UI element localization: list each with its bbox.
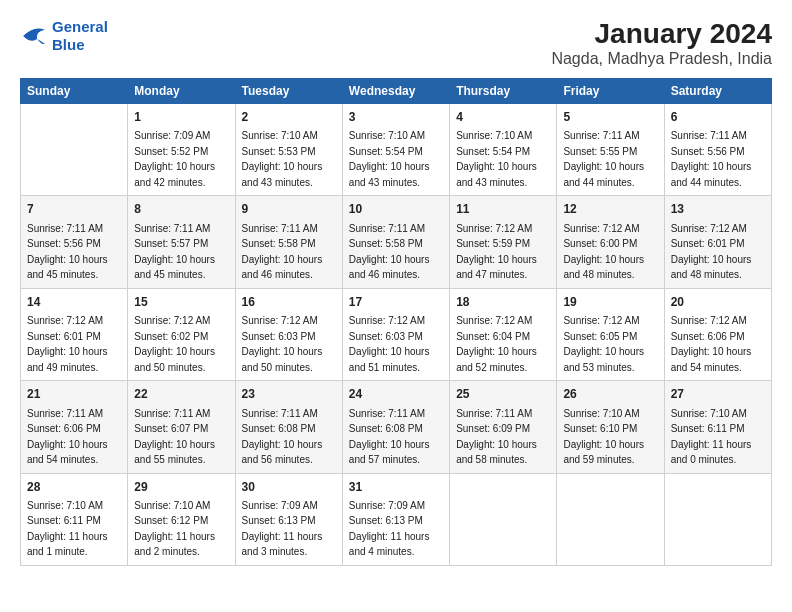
week-row-5: 28Sunrise: 7:10 AM Sunset: 6:11 PM Dayli…	[21, 473, 772, 565]
day-number: 27	[671, 386, 765, 403]
day-info: Sunrise: 7:11 AM Sunset: 5:56 PM Dayligh…	[671, 130, 752, 188]
day-info: Sunrise: 7:10 AM Sunset: 5:53 PM Dayligh…	[242, 130, 323, 188]
day-info: Sunrise: 7:12 AM Sunset: 6:06 PM Dayligh…	[671, 315, 752, 373]
calendar-cell: 19Sunrise: 7:12 AM Sunset: 6:05 PM Dayli…	[557, 288, 664, 380]
logo-line1: General	[52, 18, 108, 35]
calendar-cell: 13Sunrise: 7:12 AM Sunset: 6:01 PM Dayli…	[664, 196, 771, 288]
day-info: Sunrise: 7:09 AM Sunset: 5:52 PM Dayligh…	[134, 130, 215, 188]
column-header-thursday: Thursday	[450, 79, 557, 104]
calendar-cell: 26Sunrise: 7:10 AM Sunset: 6:10 PM Dayli…	[557, 381, 664, 473]
logo-text: General Blue	[52, 18, 108, 54]
calendar-cell: 10Sunrise: 7:11 AM Sunset: 5:58 PM Dayli…	[342, 196, 449, 288]
day-number: 17	[349, 294, 443, 311]
day-number: 15	[134, 294, 228, 311]
day-number: 22	[134, 386, 228, 403]
day-number: 31	[349, 479, 443, 496]
day-number: 19	[563, 294, 657, 311]
day-info: Sunrise: 7:11 AM Sunset: 5:55 PM Dayligh…	[563, 130, 644, 188]
calendar-cell	[664, 473, 771, 565]
calendar-cell: 23Sunrise: 7:11 AM Sunset: 6:08 PM Dayli…	[235, 381, 342, 473]
calendar-cell: 20Sunrise: 7:12 AM Sunset: 6:06 PM Dayli…	[664, 288, 771, 380]
day-info: Sunrise: 7:10 AM Sunset: 6:12 PM Dayligh…	[134, 500, 215, 558]
day-info: Sunrise: 7:10 AM Sunset: 5:54 PM Dayligh…	[349, 130, 430, 188]
day-info: Sunrise: 7:10 AM Sunset: 6:11 PM Dayligh…	[27, 500, 108, 558]
day-number: 11	[456, 201, 550, 218]
day-info: Sunrise: 7:10 AM Sunset: 6:10 PM Dayligh…	[563, 408, 644, 466]
calendar-cell: 30Sunrise: 7:09 AM Sunset: 6:13 PM Dayli…	[235, 473, 342, 565]
calendar-thead: SundayMondayTuesdayWednesdayThursdayFrid…	[21, 79, 772, 104]
title-block: January 2024 Nagda, Madhya Pradesh, Indi…	[551, 18, 772, 68]
page: General Blue January 2024 Nagda, Madhya …	[0, 0, 792, 612]
calendar-cell: 12Sunrise: 7:12 AM Sunset: 6:00 PM Dayli…	[557, 196, 664, 288]
calendar-title: January 2024	[551, 18, 772, 50]
day-info: Sunrise: 7:12 AM Sunset: 6:00 PM Dayligh…	[563, 223, 644, 281]
day-number: 25	[456, 386, 550, 403]
header: General Blue January 2024 Nagda, Madhya …	[20, 18, 772, 68]
calendar-cell	[450, 473, 557, 565]
calendar-subtitle: Nagda, Madhya Pradesh, India	[551, 50, 772, 68]
day-info: Sunrise: 7:11 AM Sunset: 6:09 PM Dayligh…	[456, 408, 537, 466]
day-number: 3	[349, 109, 443, 126]
day-info: Sunrise: 7:12 AM Sunset: 5:59 PM Dayligh…	[456, 223, 537, 281]
calendar-cell: 21Sunrise: 7:11 AM Sunset: 6:06 PM Dayli…	[21, 381, 128, 473]
day-number: 26	[563, 386, 657, 403]
week-row-2: 7Sunrise: 7:11 AM Sunset: 5:56 PM Daylig…	[21, 196, 772, 288]
day-number: 4	[456, 109, 550, 126]
calendar-cell: 11Sunrise: 7:12 AM Sunset: 5:59 PM Dayli…	[450, 196, 557, 288]
day-info: Sunrise: 7:12 AM Sunset: 6:03 PM Dayligh…	[242, 315, 323, 373]
logo: General Blue	[20, 18, 108, 54]
calendar-cell: 14Sunrise: 7:12 AM Sunset: 6:01 PM Dayli…	[21, 288, 128, 380]
day-number: 1	[134, 109, 228, 126]
week-row-4: 21Sunrise: 7:11 AM Sunset: 6:06 PM Dayli…	[21, 381, 772, 473]
calendar-cell: 4Sunrise: 7:10 AM Sunset: 5:54 PM Daylig…	[450, 104, 557, 196]
day-number: 8	[134, 201, 228, 218]
day-number: 24	[349, 386, 443, 403]
day-number: 5	[563, 109, 657, 126]
day-number: 9	[242, 201, 336, 218]
day-info: Sunrise: 7:11 AM Sunset: 5:58 PM Dayligh…	[242, 223, 323, 281]
day-info: Sunrise: 7:11 AM Sunset: 5:56 PM Dayligh…	[27, 223, 108, 281]
calendar-cell: 25Sunrise: 7:11 AM Sunset: 6:09 PM Dayli…	[450, 381, 557, 473]
day-number: 23	[242, 386, 336, 403]
day-number: 2	[242, 109, 336, 126]
calendar-cell: 8Sunrise: 7:11 AM Sunset: 5:57 PM Daylig…	[128, 196, 235, 288]
column-header-sunday: Sunday	[21, 79, 128, 104]
day-number: 12	[563, 201, 657, 218]
day-number: 20	[671, 294, 765, 311]
week-row-3: 14Sunrise: 7:12 AM Sunset: 6:01 PM Dayli…	[21, 288, 772, 380]
header-row: SundayMondayTuesdayWednesdayThursdayFrid…	[21, 79, 772, 104]
column-header-wednesday: Wednesday	[342, 79, 449, 104]
day-number: 28	[27, 479, 121, 496]
calendar-tbody: 1Sunrise: 7:09 AM Sunset: 5:52 PM Daylig…	[21, 104, 772, 566]
day-info: Sunrise: 7:10 AM Sunset: 5:54 PM Dayligh…	[456, 130, 537, 188]
day-info: Sunrise: 7:12 AM Sunset: 6:04 PM Dayligh…	[456, 315, 537, 373]
day-number: 10	[349, 201, 443, 218]
calendar-cell: 1Sunrise: 7:09 AM Sunset: 5:52 PM Daylig…	[128, 104, 235, 196]
day-info: Sunrise: 7:12 AM Sunset: 6:01 PM Dayligh…	[671, 223, 752, 281]
day-info: Sunrise: 7:11 AM Sunset: 6:08 PM Dayligh…	[349, 408, 430, 466]
day-info: Sunrise: 7:12 AM Sunset: 6:01 PM Dayligh…	[27, 315, 108, 373]
calendar-cell	[557, 473, 664, 565]
day-info: Sunrise: 7:09 AM Sunset: 6:13 PM Dayligh…	[349, 500, 430, 558]
day-info: Sunrise: 7:11 AM Sunset: 6:06 PM Dayligh…	[27, 408, 108, 466]
logo-icon	[20, 22, 48, 50]
column-header-friday: Friday	[557, 79, 664, 104]
day-number: 30	[242, 479, 336, 496]
week-row-1: 1Sunrise: 7:09 AM Sunset: 5:52 PM Daylig…	[21, 104, 772, 196]
day-info: Sunrise: 7:09 AM Sunset: 6:13 PM Dayligh…	[242, 500, 323, 558]
day-number: 7	[27, 201, 121, 218]
calendar-cell: 24Sunrise: 7:11 AM Sunset: 6:08 PM Dayli…	[342, 381, 449, 473]
calendar-cell: 17Sunrise: 7:12 AM Sunset: 6:03 PM Dayli…	[342, 288, 449, 380]
column-header-monday: Monday	[128, 79, 235, 104]
calendar-cell: 18Sunrise: 7:12 AM Sunset: 6:04 PM Dayli…	[450, 288, 557, 380]
day-info: Sunrise: 7:11 AM Sunset: 6:08 PM Dayligh…	[242, 408, 323, 466]
day-number: 16	[242, 294, 336, 311]
day-number: 14	[27, 294, 121, 311]
calendar-cell: 2Sunrise: 7:10 AM Sunset: 5:53 PM Daylig…	[235, 104, 342, 196]
day-info: Sunrise: 7:12 AM Sunset: 6:02 PM Dayligh…	[134, 315, 215, 373]
day-number: 21	[27, 386, 121, 403]
column-header-tuesday: Tuesday	[235, 79, 342, 104]
calendar-cell: 22Sunrise: 7:11 AM Sunset: 6:07 PM Dayli…	[128, 381, 235, 473]
calendar-table: SundayMondayTuesdayWednesdayThursdayFrid…	[20, 78, 772, 566]
calendar-cell	[21, 104, 128, 196]
